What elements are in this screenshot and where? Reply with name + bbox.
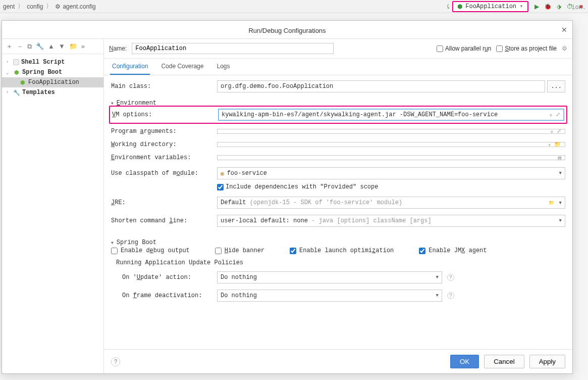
hide-banner-checkbox[interactable]: Hide banner [215,247,264,254]
breadcrumb-separator: 〉 [45,2,53,11]
tree-toolbar: ＋ － ⧉ 🔧 ▲ ▼ 📁 » [2,39,103,54]
enable-debug-checkbox[interactable]: Enable debug output [111,247,190,254]
on-update-select[interactable]: Do nothing ▼ [217,271,442,283]
section-title: Spring Boot [117,239,156,246]
help-button[interactable]: ? [111,357,120,366]
allow-parallel-checkbox[interactable]: Allow parallel run [437,45,491,52]
environment-variables-row: Environment variables: ▤ [111,154,565,161]
gear-icon[interactable]: ⚙ [562,45,567,52]
working-directory-input[interactable]: ＋ 📁 [217,142,565,147]
chevron-down-icon: ⌄ [6,70,11,75]
run-icon[interactable]: ▶ [532,3,541,11]
config-form: Main class: org.dfg.demo.foo.FooApplicat… [104,75,572,349]
tree-node-foo-application[interactable]: ⬢ FooApplication [2,77,103,87]
breadcrumb-item[interactable]: gent [3,3,15,10]
expand-icon[interactable]: » [81,42,85,50]
dialog-footer: ? OK Cancel Apply [104,349,572,373]
debug-icon[interactable]: 🐞 [544,3,552,11]
folder-move-icon[interactable]: 📁 [69,42,77,50]
checkbox-label: Allow parallel run [445,45,491,52]
include-provided-row: Include dependencies with "Provided" sco… [111,183,565,191]
checkbox-label: Store as project file [505,45,557,52]
down-icon[interactable]: ▼ [59,42,65,50]
tab-configuration[interactable]: Configuration [110,59,150,75]
checkbox[interactable] [419,248,425,254]
config-file-icon: ⚙ [55,3,61,10]
run-config-selector[interactable]: ⬢ FooApplication ▼ [452,1,528,12]
checkbox-label: Enable launch optimization [299,247,394,254]
run-debug-dialog: Run/Debug Configurations ✕ ＋ － ⧉ 🔧 ▲ ▼ 📁… [2,20,573,374]
shell-script-icon [13,59,19,65]
classpath-select[interactable]: ▣ foo-service ▼ [217,167,565,179]
chevron-down-icon: ▼ [436,293,439,298]
breadcrumb-item[interactable]: agent.config [63,3,95,10]
fullscreen-icon[interactable]: ⤢ [557,128,561,135]
wrench-icon[interactable]: 🔧 [36,42,44,50]
spring-boot-section-header[interactable]: ▼ Spring Boot [111,238,565,247]
dialog-body: ＋ － ⧉ 🔧 ▲ ▼ 📁 » › Shell Script ⌄ ⬢ Sprin [2,39,572,373]
chevron-down-icon: ▼ [436,275,439,280]
tree-node-spring-boot[interactable]: ⌄ ⬢ Spring Boot [2,67,103,77]
apply-button[interactable]: Apply [529,355,565,368]
spring-boot-icon: ⬢ [13,69,20,76]
expand-icon[interactable]: ＋ [547,141,552,149]
include-provided-checkbox[interactable]: Include dependencies with "Provided" sco… [217,183,378,191]
main-class-input[interactable]: org.dfg.demo.foo.FooApplication [217,80,545,92]
on-frame-label: On frame deactivation: [111,292,212,299]
store-project-checkbox[interactable]: Store as project file [496,45,557,52]
config-tabs: Configuration Code Coverage Logs [104,59,572,75]
build-icon[interactable]: ⤹ [444,3,452,11]
checkbox[interactable] [217,184,224,191]
launch-optimization-checkbox[interactable]: Enable launch optimization [290,247,394,254]
checkbox[interactable] [496,45,503,52]
section-title: Environment [117,100,156,107]
jmx-agent-checkbox[interactable]: Enable JMX agent [419,247,487,254]
on-frame-select[interactable]: Do nothing ▼ [217,290,442,302]
shorten-select[interactable]: user-local default: none - java [options… [217,215,565,227]
checkbox[interactable] [290,248,296,254]
copy-icon[interactable]: ⧉ [27,42,32,51]
name-row: NName:ame: Allow parallel run Store as p… [104,39,572,59]
chevron-down-icon: ▼ [111,101,114,106]
folder-icon[interactable]: 📁 [554,141,561,149]
list-icon[interactable]: ▤ [558,155,561,161]
jre-select[interactable]: Default (openjdk-15 - SDK of 'foo-servic… [217,197,565,209]
on-update-label: On 'Update' action: [111,274,212,281]
fullscreen-icon[interactable]: ⤢ [556,111,560,119]
remove-icon[interactable]: － [17,42,23,51]
chevron-down-icon: 📁▼ [549,200,562,206]
module-icon: ▣ [221,170,224,177]
tab-code-coverage[interactable]: Code Coverage [159,59,205,75]
checkbox-label: Enable JMX agent [429,247,487,254]
checkbox[interactable] [437,45,443,52]
tree-node-templates[interactable]: › 🔧 Templates [2,87,103,98]
breadcrumb-separator: 〉 [17,2,25,11]
working-directory-row: Working directory: ＋ 📁 [111,141,565,148]
coverage-icon[interactable]: ⬗ [555,3,563,11]
chevron-down-icon: ▼ [559,218,562,223]
program-arguments-input[interactable]: ＋ ⤢ [217,129,565,134]
name-input[interactable] [132,43,334,54]
close-icon[interactable]: ✕ [561,26,567,34]
shorten-label: Shorten command line: [111,217,212,224]
tree-node-shell-script[interactable]: › Shell Script [2,57,103,67]
spring-boot-icon: ⬢ [19,79,26,86]
checkbox[interactable] [111,248,118,254]
tab-logs[interactable]: Logs [215,59,232,75]
main-class-row: Main class: org.dfg.demo.foo.FooApplicat… [111,80,565,92]
ok-button[interactable]: OK [450,355,479,368]
up-icon[interactable]: ▲ [48,42,55,50]
chevron-down-icon: ▼ [111,241,114,245]
expand-icon[interactable]: ＋ [549,128,555,135]
add-icon[interactable]: ＋ [6,42,13,51]
browse-button[interactable]: ... [547,80,565,92]
expand-icon[interactable]: ＋ [548,111,554,119]
cancel-button[interactable]: Cancel [484,355,524,368]
classpath-row: Use classpath of module: ▣ foo-service ▼ [111,167,565,179]
breadcrumb-item[interactable]: config [27,3,43,10]
vm-options-input[interactable]: kywalking-apm-bin-es7/agent/skywalking-a… [218,109,564,121]
environment-variables-input[interactable]: ▤ [217,155,565,160]
help-icon[interactable]: ? [447,292,454,299]
help-icon[interactable]: ? [447,274,454,281]
checkbox[interactable] [215,248,222,254]
